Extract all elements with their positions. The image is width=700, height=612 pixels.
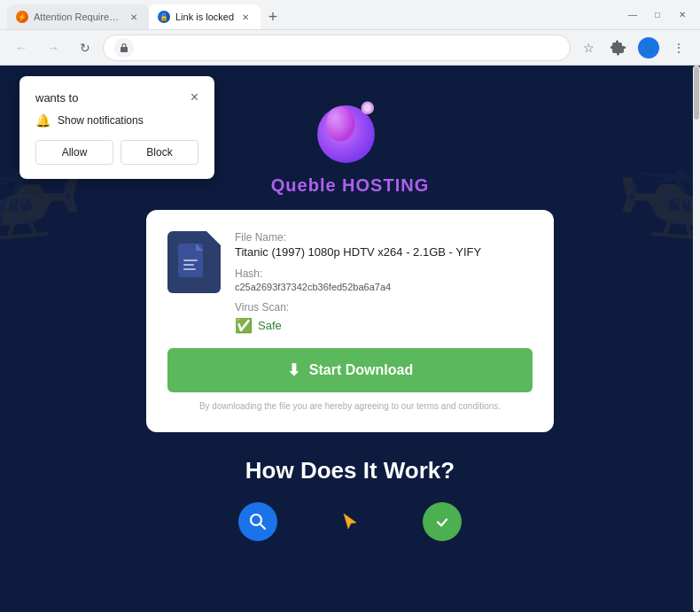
minimize-button[interactable]: — <box>622 8 643 22</box>
popup-title: wants to <box>35 91 78 105</box>
how-icon-search <box>238 502 277 541</box>
title-bar: ⚡ Attention Required! | Cloudfl... ✕ 🔒 L… <box>0 0 700 30</box>
how-icons <box>238 502 462 541</box>
popup-header: wants to × <box>35 90 198 105</box>
address-bar[interactable] <box>103 35 571 61</box>
block-button[interactable]: Block <box>121 140 198 165</box>
scrollbar-thumb[interactable] <box>694 66 699 120</box>
nav-actions: ☆ 👤 ⋮ <box>574 34 693 62</box>
security-icon <box>114 38 134 58</box>
popup-show-notifications: Show notifications <box>58 114 144 127</box>
new-tab-button[interactable]: + <box>261 4 285 29</box>
download-icon: ⬇ <box>287 360 300 380</box>
reload-button[interactable]: ↻ <box>71 34 99 62</box>
svg-rect-0 <box>121 47 128 52</box>
how-title: How Does It Work? <box>238 457 462 484</box>
hash-value: c25a2693f37342cb36fed52ba6a7a4 <box>235 282 533 292</box>
notification-popup: wants to × 🔔 Show notifications Allow Bl… <box>19 76 214 179</box>
back-button[interactable]: ← <box>7 34 35 62</box>
svg-point-2 <box>326 106 354 142</box>
brand-name: Queble HOSTING <box>271 175 429 196</box>
svg-point-9 <box>251 515 261 525</box>
how-icon-check <box>423 502 462 541</box>
search-circle-icon <box>238 502 277 541</box>
browser-frame: ⚡ Attention Required! | Cloudfl... ✕ 🔒 L… <box>0 0 700 612</box>
tab-attention[interactable]: ⚡ Attention Required! | Cloudfl... ✕ <box>7 4 149 29</box>
how-section: How Does It Work? <box>238 457 462 541</box>
svg-point-4 <box>363 104 371 112</box>
svg-point-11 <box>433 513 451 531</box>
start-download-button[interactable]: ⬇ Start Download <box>167 348 533 392</box>
svg-rect-6 <box>183 260 198 261</box>
file-name-label: File Name: <box>235 231 533 244</box>
popup-notification-row: 🔔 Show notifications <box>35 113 198 128</box>
window-controls: — □ ✕ <box>622 8 693 22</box>
menu-button[interactable]: ⋮ <box>665 34 693 62</box>
tab-favicon-1: ⚡ <box>16 11 28 23</box>
file-info: File Name: Titanic (1997) 1080p HDTV x26… <box>235 231 533 334</box>
profile-button[interactable]: 👤 <box>634 34 663 62</box>
tab-title-2: Link is locked <box>175 12 234 22</box>
nav-bar: ← → ↻ ☆ 👤 ⋮ <box>0 30 700 66</box>
logo-orb <box>310 90 390 170</box>
svg-rect-8 <box>183 268 196 270</box>
tab-locked[interactable]: 🔒 Link is locked ✕ <box>149 4 261 29</box>
tab-favicon-2: 🔒 <box>158 11 170 23</box>
file-name-value: Titanic (1997) 1080p HDTV x264 - 2.1GB -… <box>235 245 533 259</box>
download-card: File Name: Titanic (1997) 1080p HDTV x26… <box>146 210 554 432</box>
tab-strip: ⚡ Attention Required! | Cloudfl... ✕ 🔒 L… <box>7 0 622 29</box>
extensions-button[interactable] <box>604 34 633 62</box>
logo-area: Queble HOSTING <box>271 90 429 196</box>
popup-close-icon[interactable]: × <box>191 90 198 105</box>
hash-label: Hash: <box>235 267 533 280</box>
allow-button[interactable]: Allow <box>35 140 113 165</box>
maximize-button[interactable]: □ <box>647 8 668 22</box>
file-icon <box>167 231 221 293</box>
scan-result: Safe <box>258 319 282 332</box>
download-label: Start Download <box>309 362 413 378</box>
bell-icon: 🔔 <box>35 113 51 128</box>
terms-text: By downloading the file you are hereby a… <box>167 401 533 411</box>
scrollbar[interactable] <box>693 66 700 612</box>
tab-close-2[interactable]: ✕ <box>239 11 252 23</box>
forward-button[interactable]: → <box>39 34 67 62</box>
tab-close-1[interactable]: ✕ <box>128 11 140 23</box>
cursor-icon <box>331 502 369 541</box>
close-button[interactable]: ✕ <box>672 8 693 22</box>
page-content: FILM 🚁 🚁 wants to × 🔔 Show notifications… <box>0 66 700 612</box>
svg-line-10 <box>261 524 265 529</box>
tab-title-1: Attention Required! | Cloudfl... <box>34 12 122 22</box>
how-icon-cursor <box>331 502 369 541</box>
check-circle-icon <box>423 502 462 541</box>
virus-scan-label: Virus Scan: <box>235 301 533 314</box>
virus-scan-value: ✅ Safe <box>235 317 533 334</box>
checkmark-icon: ✅ <box>235 317 253 334</box>
card-body: File Name: Titanic (1997) 1080p HDTV x26… <box>167 231 533 334</box>
popup-actions: Allow Block <box>35 140 198 165</box>
svg-rect-7 <box>183 264 194 266</box>
bookmark-button[interactable]: ☆ <box>574 34 603 62</box>
